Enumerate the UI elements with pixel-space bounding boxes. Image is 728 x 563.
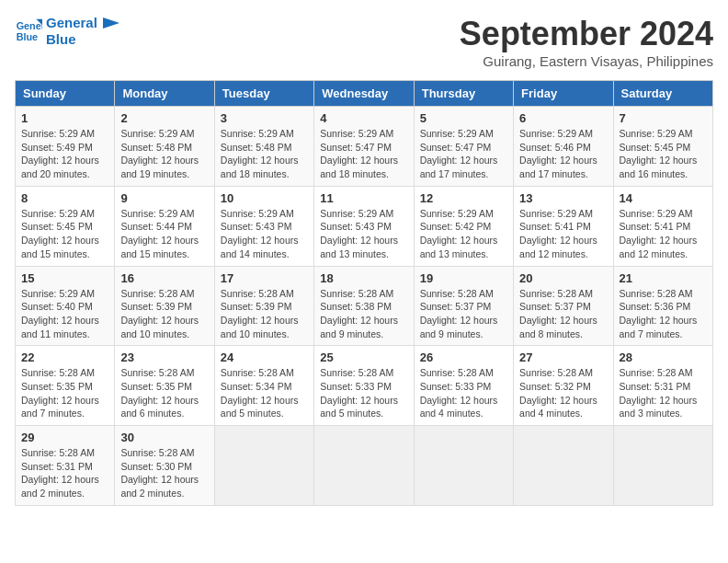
header-tuesday: Tuesday	[214, 81, 313, 107]
table-row: 10Sunrise: 5:29 AMSunset: 5:43 PMDayligh…	[214, 186, 313, 266]
table-row: 20Sunrise: 5:28 AMSunset: 5:37 PMDayligh…	[514, 266, 613, 346]
location-title: Guirang, Eastern Visayas, Philippines	[460, 53, 713, 69]
table-row: 16Sunrise: 5:28 AMSunset: 5:39 PMDayligh…	[115, 266, 214, 346]
table-row: 15Sunrise: 5:29 AMSunset: 5:40 PMDayligh…	[16, 266, 115, 346]
table-row: 8Sunrise: 5:29 AMSunset: 5:45 PMDaylight…	[16, 186, 115, 266]
table-row: 11Sunrise: 5:29 AMSunset: 5:43 PMDayligh…	[314, 186, 414, 266]
table-row: 2Sunrise: 5:29 AMSunset: 5:48 PMDaylight…	[115, 107, 214, 187]
header-saturday: Saturday	[613, 81, 712, 107]
week-row-4: 22Sunrise: 5:28 AMSunset: 5:35 PMDayligh…	[16, 346, 713, 426]
table-row	[514, 426, 613, 506]
table-row: 30Sunrise: 5:28 AMSunset: 5:30 PMDayligh…	[115, 426, 214, 506]
header-monday: Monday	[115, 81, 214, 107]
table-row: 7Sunrise: 5:29 AMSunset: 5:45 PMDaylight…	[613, 107, 712, 187]
table-row	[314, 426, 414, 506]
table-row: 19Sunrise: 5:28 AMSunset: 5:37 PMDayligh…	[414, 266, 513, 346]
table-row: 5Sunrise: 5:29 AMSunset: 5:47 PMDaylight…	[414, 107, 513, 187]
table-row: 18Sunrise: 5:28 AMSunset: 5:38 PMDayligh…	[314, 266, 414, 346]
table-row	[214, 426, 313, 506]
page-header: General Blue General Blue September 2024…	[15, 15, 713, 69]
table-row: 23Sunrise: 5:28 AMSunset: 5:35 PMDayligh…	[115, 346, 214, 426]
week-row-1: 1Sunrise: 5:29 AMSunset: 5:49 PMDaylight…	[16, 107, 713, 187]
table-row: 6Sunrise: 5:29 AMSunset: 5:46 PMDaylight…	[514, 107, 613, 187]
logo-icon: General Blue	[15, 17, 42, 45]
logo: General Blue General Blue	[15, 15, 121, 48]
table-row: 22Sunrise: 5:28 AMSunset: 5:35 PMDayligh…	[16, 346, 115, 426]
table-row: 29Sunrise: 5:28 AMSunset: 5:31 PMDayligh…	[16, 426, 115, 506]
table-row: 3Sunrise: 5:29 AMSunset: 5:48 PMDaylight…	[214, 107, 313, 187]
week-row-2: 8Sunrise: 5:29 AMSunset: 5:45 PMDaylight…	[16, 186, 713, 266]
header-friday: Friday	[514, 81, 613, 107]
table-row: 26Sunrise: 5:28 AMSunset: 5:33 PMDayligh…	[414, 346, 513, 426]
table-row: 21Sunrise: 5:28 AMSunset: 5:36 PMDayligh…	[613, 266, 712, 346]
table-row: 9Sunrise: 5:29 AMSunset: 5:44 PMDaylight…	[115, 186, 214, 266]
table-row: 27Sunrise: 5:28 AMSunset: 5:32 PMDayligh…	[514, 346, 613, 426]
logo-general: General	[46, 15, 97, 31]
table-row	[613, 426, 712, 506]
table-row: 14Sunrise: 5:29 AMSunset: 5:41 PMDayligh…	[613, 186, 712, 266]
header-row: Sunday Monday Tuesday Wednesday Thursday…	[16, 81, 713, 107]
svg-marker-4	[103, 17, 119, 29]
week-row-3: 15Sunrise: 5:29 AMSunset: 5:40 PMDayligh…	[16, 266, 713, 346]
logo-blue: Blue	[46, 31, 97, 48]
header-thursday: Thursday	[414, 81, 513, 107]
logo-flag-icon	[103, 17, 121, 40]
title-area: September 2024 Guirang, Eastern Visayas,…	[460, 15, 713, 69]
table-row: 28Sunrise: 5:28 AMSunset: 5:31 PMDayligh…	[613, 346, 712, 426]
table-row: 24Sunrise: 5:28 AMSunset: 5:34 PMDayligh…	[214, 346, 313, 426]
table-row	[414, 426, 513, 506]
table-row: 12Sunrise: 5:29 AMSunset: 5:42 PMDayligh…	[414, 186, 513, 266]
calendar-table: Sunday Monday Tuesday Wednesday Thursday…	[15, 80, 713, 506]
table-row: 17Sunrise: 5:28 AMSunset: 5:39 PMDayligh…	[214, 266, 313, 346]
week-row-5: 29Sunrise: 5:28 AMSunset: 5:31 PMDayligh…	[16, 426, 713, 506]
table-row: 13Sunrise: 5:29 AMSunset: 5:41 PMDayligh…	[514, 186, 613, 266]
svg-text:Blue: Blue	[17, 31, 38, 42]
table-row: 25Sunrise: 5:28 AMSunset: 5:33 PMDayligh…	[314, 346, 414, 426]
header-sunday: Sunday	[16, 81, 115, 107]
table-row: 4Sunrise: 5:29 AMSunset: 5:47 PMDaylight…	[314, 107, 414, 187]
header-wednesday: Wednesday	[314, 81, 414, 107]
svg-text:General: General	[17, 20, 42, 31]
table-row: 1Sunrise: 5:29 AMSunset: 5:49 PMDaylight…	[16, 107, 115, 187]
month-title: September 2024	[460, 15, 713, 53]
